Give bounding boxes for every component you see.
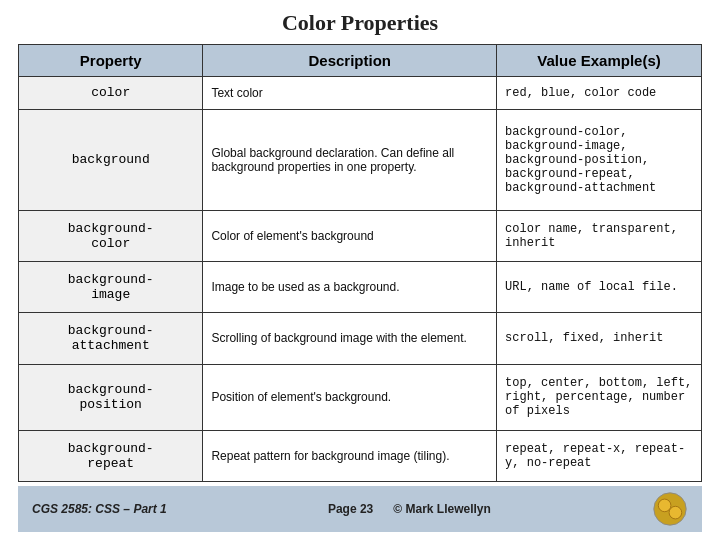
footer-bar: CGS 2585: CSS – Part 1 Page 23 © Mark Ll… (18, 486, 702, 532)
cell-description: Color of element's background (203, 210, 497, 261)
table-row: background-imageImage to be used as a ba… (19, 262, 702, 313)
cell-description: Position of element's background. (203, 364, 497, 430)
cell-description: Repeat pattern for background image (til… (203, 430, 497, 481)
footer-course: CGS 2585: CSS – Part 1 (32, 502, 167, 516)
cell-property: background-repeat (19, 430, 203, 481)
svg-point-2 (669, 506, 682, 519)
cell-value: background-color, background-image, back… (497, 109, 702, 210)
header-property: Property (19, 45, 203, 77)
cell-value: URL, name of local file. (497, 262, 702, 313)
page-title: Color Properties (18, 10, 702, 36)
cell-value: color name, transparent, inherit (497, 210, 702, 261)
cell-value: top, center, bottom, left, right, percen… (497, 364, 702, 430)
table-row: background-attachmentScrolling of backgr… (19, 313, 702, 364)
cell-property: background-attachment (19, 313, 203, 364)
cell-value: repeat, repeat-x, repeat-y, no-repeat (497, 430, 702, 481)
header-description: Description (203, 45, 497, 77)
cell-description: Text color (203, 77, 497, 110)
cell-property: color (19, 77, 203, 110)
cell-property: background-color (19, 210, 203, 261)
svg-point-1 (658, 499, 671, 512)
cell-description: Image to be used as a background. (203, 262, 497, 313)
header-value: Value Example(s) (497, 45, 702, 77)
cell-value: scroll, fixed, inherit (497, 313, 702, 364)
cell-property: background (19, 109, 203, 210)
table-row: background-repeatRepeat pattern for back… (19, 430, 702, 481)
cell-value: red, blue, color code (497, 77, 702, 110)
color-properties-table: Property Description Value Example(s) co… (18, 44, 702, 482)
cell-property: background-image (19, 262, 203, 313)
page-container: Color Properties Property Description Va… (0, 0, 720, 540)
footer-page: Page 23 © Mark Llewellyn (328, 502, 491, 516)
cell-property: background-position (19, 364, 203, 430)
cell-description: Scrolling of background image with the e… (203, 313, 497, 364)
cell-description: Global background declaration. Can defin… (203, 109, 497, 210)
table-row: backgroundGlobal background declaration.… (19, 109, 702, 210)
footer-logo-icon (652, 491, 688, 527)
table-row: colorText colorred, blue, color code (19, 77, 702, 110)
table-row: background-positionPosition of element's… (19, 364, 702, 430)
table-header-row: Property Description Value Example(s) (19, 45, 702, 77)
table-row: background-colorColor of element's backg… (19, 210, 702, 261)
